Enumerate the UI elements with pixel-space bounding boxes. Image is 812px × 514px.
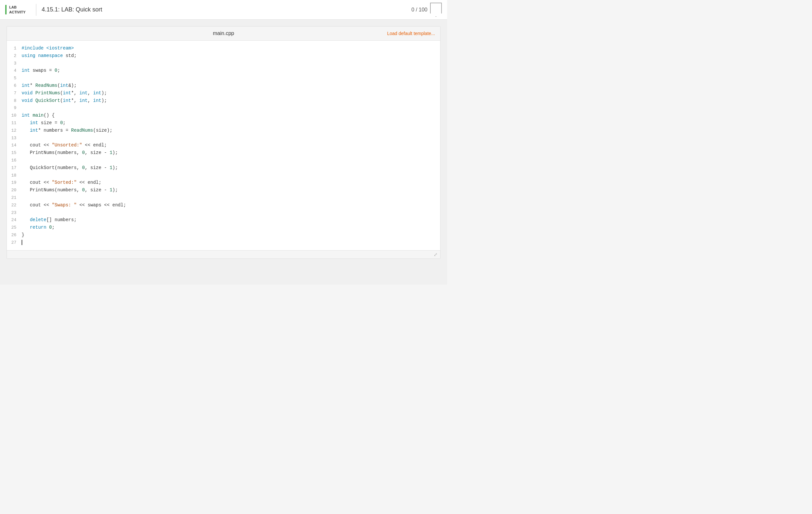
- line-content: PrintNums(numbers, 0, size - 1);: [22, 149, 440, 156]
- line-content: return 0;: [22, 224, 440, 231]
- line-content: cout << "Swaps: " << swaps << endl;: [22, 201, 440, 209]
- line-number: 14: [7, 142, 22, 149]
- line-content: [22, 239, 440, 246]
- table-row: 5: [7, 74, 440, 82]
- table-row: 26}: [7, 231, 440, 239]
- table-row: 3: [7, 60, 440, 67]
- line-content: [22, 104, 440, 111]
- table-row: 9: [7, 104, 440, 112]
- table-row: 15 PrintNums(numbers, 0, size - 1);: [7, 149, 440, 157]
- line-number: 1: [7, 45, 22, 52]
- code-editor[interactable]: 1#include <iostream>2using namespace std…: [7, 40, 440, 250]
- line-content: [22, 134, 440, 141]
- line-number: 2: [7, 53, 22, 60]
- table-row: 12 int* numbers = ReadNums(size);: [7, 127, 440, 134]
- line-number: 27: [7, 240, 22, 246]
- line-content: }: [22, 231, 440, 239]
- line-number: 24: [7, 217, 22, 224]
- table-row: 8void QuickSort(int*, int, int);: [7, 97, 440, 105]
- line-number: 26: [7, 232, 22, 239]
- table-row: 1#include <iostream>: [7, 45, 440, 52]
- main-content: main.cpp Load default template... 1#incl…: [0, 20, 447, 285]
- table-row: 20 PrintNums(numbers, 0, size - 1);: [7, 186, 440, 194]
- line-number: 21: [7, 195, 22, 201]
- load-template-button[interactable]: Load default template...: [387, 31, 435, 36]
- table-row: 7void PrintNums(int*, int, int);: [7, 89, 440, 97]
- line-content: void QuickSort(int*, int, int);: [22, 97, 440, 104]
- file-name: main.cpp: [213, 30, 234, 36]
- line-number: 6: [7, 83, 22, 89]
- line-content: int* numbers = ReadNums(size);: [22, 127, 440, 134]
- line-content: PrintNums(numbers, 0, size - 1);: [22, 186, 440, 194]
- score-badge: [430, 3, 442, 17]
- text-cursor: [22, 240, 22, 245]
- table-row: 2using namespace std;: [7, 52, 440, 60]
- line-content: [22, 172, 440, 179]
- line-number: 3: [7, 60, 22, 67]
- page-title: 4.15.1: LAB: Quick sort: [41, 6, 411, 13]
- line-content: void PrintNums(int*, int, int);: [22, 89, 440, 97]
- line-content: delete[] numbers;: [22, 216, 440, 223]
- resize-handle[interactable]: ⤢: [7, 250, 440, 259]
- editor-container: main.cpp Load default template... 1#incl…: [6, 26, 440, 259]
- table-row: 17 QuickSort(numbers, 0, size - 1);: [7, 164, 440, 172]
- score-container: 0 / 100: [411, 3, 442, 17]
- line-number: 4: [7, 67, 22, 74]
- line-content: [22, 209, 440, 216]
- line-number: 25: [7, 224, 22, 231]
- table-row: 6int* ReadNums(int&);: [7, 82, 440, 89]
- table-row: 21: [7, 194, 440, 201]
- score-text: 0 / 100: [411, 7, 428, 13]
- line-content: QuickSort(numbers, 0, size - 1);: [22, 164, 440, 171]
- line-content: int main() {: [22, 112, 440, 119]
- line-content: using namespace std;: [22, 52, 440, 59]
- line-number: 5: [7, 75, 22, 82]
- table-row: 13: [7, 134, 440, 142]
- table-row: 14 cout << "Unsorted:" << endl;: [7, 141, 440, 149]
- line-number: 8: [7, 98, 22, 105]
- table-row: 27: [7, 239, 440, 246]
- resize-icon: ⤢: [434, 252, 438, 257]
- table-row: 16: [7, 157, 440, 164]
- line-number: 9: [7, 105, 22, 112]
- line-content: cout << "Unsorted:" << endl;: [22, 141, 440, 149]
- line-number: 18: [7, 172, 22, 179]
- table-row: 4int swaps = 0;: [7, 67, 440, 74]
- line-content: [22, 194, 440, 201]
- table-row: 19 cout << "Sorted:" << endl;: [7, 179, 440, 186]
- table-row: 23: [7, 209, 440, 217]
- line-number: 11: [7, 120, 22, 127]
- line-number: 15: [7, 150, 22, 157]
- line-number: 20: [7, 187, 22, 194]
- line-number: 23: [7, 210, 22, 217]
- line-number: 7: [7, 90, 22, 97]
- line-content: int swaps = 0;: [22, 67, 440, 74]
- line-number: 22: [7, 202, 22, 209]
- editor-header: main.cpp Load default template...: [7, 27, 440, 40]
- table-row: 18: [7, 172, 440, 179]
- line-content: int size = 0;: [22, 119, 440, 127]
- table-row: 22 cout << "Swaps: " << swaps << endl;: [7, 201, 440, 209]
- line-number: 12: [7, 128, 22, 134]
- line-number: 16: [7, 157, 22, 164]
- table-row: 11 int size = 0;: [7, 119, 440, 127]
- line-content: int* ReadNums(int&);: [22, 82, 440, 89]
- line-number: 17: [7, 165, 22, 172]
- table-row: 25 return 0;: [7, 224, 440, 231]
- line-number: 13: [7, 135, 22, 142]
- table-row: 10int main() {: [7, 112, 440, 119]
- table-row: 24 delete[] numbers;: [7, 216, 440, 224]
- line-number: 10: [7, 112, 22, 119]
- line-content: cout << "Sorted:" << endl;: [22, 179, 440, 186]
- header: LAB ACTIVITY 4.15.1: LAB: Quick sort 0 /…: [0, 0, 447, 20]
- header-divider: [36, 4, 36, 16]
- line-content: #include <iostream>: [22, 45, 440, 52]
- line-content: [22, 157, 440, 164]
- line-content: [22, 60, 440, 67]
- line-number: 19: [7, 180, 22, 186]
- lab-activity-label: LAB ACTIVITY: [5, 5, 26, 15]
- lab-label-line1: LAB: [9, 5, 26, 9]
- line-content: [22, 74, 440, 82]
- lab-label-line2: ACTIVITY: [9, 10, 26, 15]
